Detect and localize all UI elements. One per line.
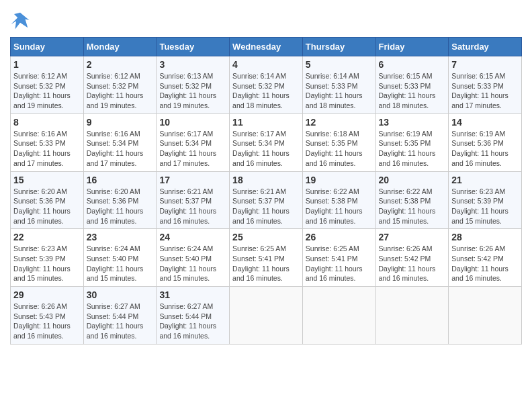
day-info: Sunrise: 6:19 AM Sunset: 5:35 PM Dayligh… <box>379 129 446 169</box>
day-info: Sunrise: 6:14 AM Sunset: 5:32 PM Dayligh… <box>232 71 300 111</box>
logo <box>10 10 33 30</box>
calendar-day-header: Sunday <box>11 38 84 56</box>
calendar-day-cell: 13 Sunrise: 6:19 AM Sunset: 5:35 PM Dayl… <box>375 113 449 171</box>
calendar-day-cell: 5 Sunrise: 6:14 AM Sunset: 5:33 PM Dayli… <box>302 56 375 114</box>
day-number: 23 <box>87 232 154 242</box>
calendar-day-cell: 31 Sunrise: 6:27 AM Sunset: 5:44 PM Dayl… <box>157 287 230 345</box>
day-number: 19 <box>306 175 373 185</box>
calendar-day-cell <box>302 287 375 345</box>
calendar-day-cell: 24 Sunrise: 6:24 AM Sunset: 5:40 PM Dayl… <box>157 229 230 287</box>
calendar-day-cell: 21 Sunrise: 6:23 AM Sunset: 5:39 PM Dayl… <box>449 171 522 229</box>
day-info: Sunrise: 6:21 AM Sunset: 5:37 PM Dayligh… <box>232 187 300 226</box>
day-number: 3 <box>159 59 226 70</box>
day-number: 25 <box>232 232 300 242</box>
day-number: 4 <box>232 59 300 70</box>
day-info: Sunrise: 6:26 AM Sunset: 5:42 PM Dayligh… <box>451 244 519 283</box>
calendar-day-cell: 6 Sunrise: 6:15 AM Sunset: 5:33 PM Dayli… <box>375 56 449 114</box>
calendar-day-cell: 4 Sunrise: 6:14 AM Sunset: 5:32 PM Dayli… <box>230 56 303 114</box>
day-info: Sunrise: 6:25 AM Sunset: 5:41 PM Dayligh… <box>306 244 373 283</box>
calendar-day-header: Monday <box>83 38 157 56</box>
calendar-day-cell <box>230 287 303 345</box>
day-number: 12 <box>306 117 373 128</box>
logo-icon <box>10 10 30 30</box>
calendar-day-cell: 16 Sunrise: 6:20 AM Sunset: 5:36 PM Dayl… <box>83 171 157 229</box>
calendar-day-header: Thursday <box>302 38 375 56</box>
svg-marker-0 <box>11 13 30 30</box>
day-info: Sunrise: 6:23 AM Sunset: 5:39 PM Dayligh… <box>13 244 81 283</box>
day-number: 5 <box>306 59 373 70</box>
day-info: Sunrise: 6:25 AM Sunset: 5:41 PM Dayligh… <box>232 244 300 283</box>
calendar-day-cell: 28 Sunrise: 6:26 AM Sunset: 5:42 PM Dayl… <box>449 229 522 287</box>
calendar-day-cell: 22 Sunrise: 6:23 AM Sunset: 5:39 PM Dayl… <box>11 229 84 287</box>
calendar-day-cell: 27 Sunrise: 6:26 AM Sunset: 5:42 PM Dayl… <box>375 229 449 287</box>
day-info: Sunrise: 6:16 AM Sunset: 5:33 PM Dayligh… <box>13 129 81 169</box>
calendar-day-cell: 7 Sunrise: 6:15 AM Sunset: 5:33 PM Dayli… <box>449 56 522 114</box>
calendar-day-cell: 30 Sunrise: 6:27 AM Sunset: 5:44 PM Dayl… <box>83 287 157 345</box>
day-number: 27 <box>379 232 446 242</box>
calendar-day-cell: 9 Sunrise: 6:16 AM Sunset: 5:34 PM Dayli… <box>83 113 157 171</box>
day-info: Sunrise: 6:12 AM Sunset: 5:32 PM Dayligh… <box>87 71 154 111</box>
day-info: Sunrise: 6:26 AM Sunset: 5:42 PM Dayligh… <box>379 244 446 283</box>
day-info: Sunrise: 6:26 AM Sunset: 5:43 PM Dayligh… <box>13 302 81 341</box>
calendar-day-cell: 29 Sunrise: 6:26 AM Sunset: 5:43 PM Dayl… <box>11 287 84 345</box>
day-info: Sunrise: 6:16 AM Sunset: 5:34 PM Dayligh… <box>87 129 154 169</box>
day-number: 7 <box>451 59 519 70</box>
day-info: Sunrise: 6:22 AM Sunset: 5:38 PM Dayligh… <box>379 187 446 226</box>
calendar-day-cell: 26 Sunrise: 6:25 AM Sunset: 5:41 PM Dayl… <box>302 229 375 287</box>
calendar-day-header: Friday <box>375 38 449 56</box>
calendar-day-cell: 3 Sunrise: 6:13 AM Sunset: 5:32 PM Dayli… <box>157 56 230 114</box>
day-number: 30 <box>87 289 154 300</box>
day-info: Sunrise: 6:17 AM Sunset: 5:34 PM Dayligh… <box>232 129 300 169</box>
day-info: Sunrise: 6:13 AM Sunset: 5:32 PM Dayligh… <box>159 71 226 111</box>
day-info: Sunrise: 6:21 AM Sunset: 5:37 PM Dayligh… <box>159 187 226 226</box>
day-number: 17 <box>159 175 226 185</box>
day-info: Sunrise: 6:27 AM Sunset: 5:44 PM Dayligh… <box>159 302 226 341</box>
calendar-day-cell: 14 Sunrise: 6:19 AM Sunset: 5:36 PM Dayl… <box>449 113 522 171</box>
day-number: 1 <box>13 59 81 70</box>
day-number: 13 <box>379 117 446 128</box>
day-number: 28 <box>451 232 519 242</box>
day-number: 18 <box>232 175 300 185</box>
day-number: 21 <box>451 175 519 185</box>
calendar-day-cell: 17 Sunrise: 6:21 AM Sunset: 5:37 PM Dayl… <box>157 171 230 229</box>
day-number: 6 <box>379 59 446 70</box>
day-number: 8 <box>13 117 81 128</box>
calendar-day-cell: 18 Sunrise: 6:21 AM Sunset: 5:37 PM Dayl… <box>230 171 303 229</box>
day-info: Sunrise: 6:24 AM Sunset: 5:40 PM Dayligh… <box>87 244 154 283</box>
day-number: 20 <box>379 175 446 185</box>
day-info: Sunrise: 6:19 AM Sunset: 5:36 PM Dayligh… <box>451 129 519 169</box>
day-number: 31 <box>159 289 226 300</box>
day-number: 16 <box>87 175 154 185</box>
day-info: Sunrise: 6:27 AM Sunset: 5:44 PM Dayligh… <box>87 302 154 341</box>
day-info: Sunrise: 6:15 AM Sunset: 5:33 PM Dayligh… <box>451 71 519 111</box>
day-info: Sunrise: 6:20 AM Sunset: 5:36 PM Dayligh… <box>87 187 154 226</box>
calendar-table: SundayMondayTuesdayWednesdayThursdayFrid… <box>10 37 522 345</box>
calendar-day-cell: 8 Sunrise: 6:16 AM Sunset: 5:33 PM Dayli… <box>11 113 84 171</box>
day-info: Sunrise: 6:18 AM Sunset: 5:35 PM Dayligh… <box>306 129 373 169</box>
calendar-day-cell: 12 Sunrise: 6:18 AM Sunset: 5:35 PM Dayl… <box>302 113 375 171</box>
day-info: Sunrise: 6:24 AM Sunset: 5:40 PM Dayligh… <box>159 244 226 283</box>
calendar-day-header: Saturday <box>449 38 522 56</box>
calendar-week-row: 8 Sunrise: 6:16 AM Sunset: 5:33 PM Dayli… <box>11 113 522 171</box>
calendar-day-cell: 19 Sunrise: 6:22 AM Sunset: 5:38 PM Dayl… <box>302 171 375 229</box>
calendar-day-cell: 1 Sunrise: 6:12 AM Sunset: 5:32 PM Dayli… <box>11 56 84 114</box>
day-number: 24 <box>159 232 226 242</box>
day-number: 29 <box>13 289 81 300</box>
calendar-day-cell: 10 Sunrise: 6:17 AM Sunset: 5:34 PM Dayl… <box>157 113 230 171</box>
calendar-day-cell: 20 Sunrise: 6:22 AM Sunset: 5:38 PM Dayl… <box>375 171 449 229</box>
day-info: Sunrise: 6:22 AM Sunset: 5:38 PM Dayligh… <box>306 187 373 226</box>
day-number: 10 <box>159 117 226 128</box>
day-number: 14 <box>451 117 519 128</box>
page-header <box>10 10 522 30</box>
day-number: 11 <box>232 117 300 128</box>
day-info: Sunrise: 6:23 AM Sunset: 5:39 PM Dayligh… <box>451 187 519 226</box>
calendar-day-cell: 11 Sunrise: 6:17 AM Sunset: 5:34 PM Dayl… <box>230 113 303 171</box>
calendar-day-cell: 15 Sunrise: 6:20 AM Sunset: 5:36 PM Dayl… <box>11 171 84 229</box>
calendar-day-cell <box>375 287 449 345</box>
day-number: 22 <box>13 232 81 242</box>
day-info: Sunrise: 6:14 AM Sunset: 5:33 PM Dayligh… <box>306 71 373 111</box>
calendar-header-row: SundayMondayTuesdayWednesdayThursdayFrid… <box>11 38 522 56</box>
calendar-day-header: Wednesday <box>230 38 303 56</box>
day-number: 26 <box>306 232 373 242</box>
day-info: Sunrise: 6:12 AM Sunset: 5:32 PM Dayligh… <box>13 71 81 111</box>
